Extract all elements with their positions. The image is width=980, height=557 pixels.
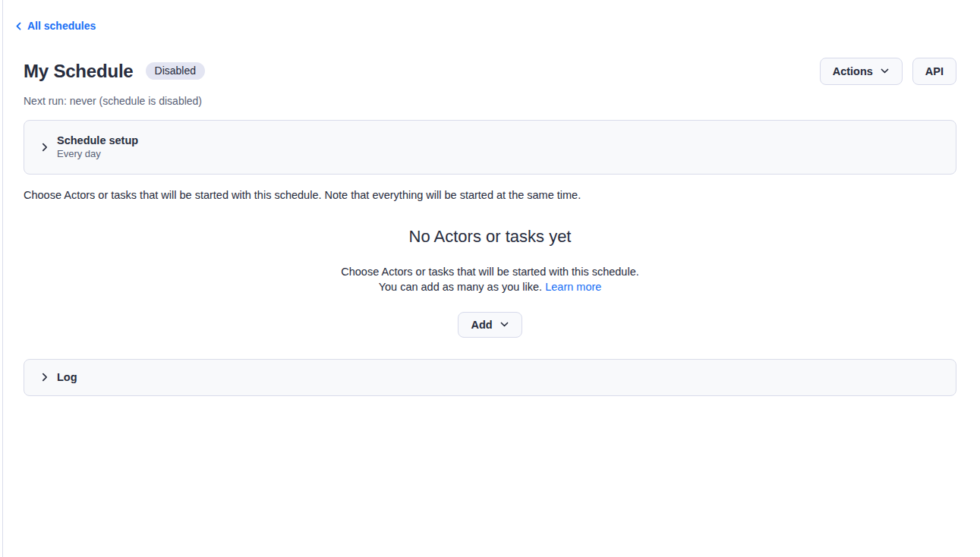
- schedule-setup-panel[interactable]: Schedule setup Every day: [24, 120, 956, 175]
- schedule-description: Choose Actors or tasks that will be star…: [24, 189, 956, 201]
- empty-state-body: Choose Actors or tasks that will be star…: [24, 264, 956, 294]
- page-header-buttons: Actions API: [820, 58, 956, 85]
- empty-state-add-row: Add: [24, 312, 956, 338]
- chevron-down-icon: [880, 66, 890, 76]
- breadcrumb-label: All schedules: [27, 20, 96, 32]
- empty-state: No Actors or tasks yet Choose Actors or …: [24, 227, 956, 338]
- chevron-down-icon: [499, 319, 509, 329]
- empty-state-line2: You can add as many as you like.: [379, 281, 543, 293]
- schedule-detail-page: All schedules My Schedule Disabled Actio…: [0, 0, 980, 396]
- log-panel[interactable]: Log: [24, 359, 956, 396]
- log-panel-title: Log: [57, 371, 77, 383]
- actions-button-label: Actions: [833, 65, 873, 77]
- breadcrumb-all-schedules[interactable]: All schedules: [14, 20, 96, 32]
- chevron-right-icon: [39, 142, 50, 153]
- next-run-status: Next run: never (schedule is disabled): [24, 95, 956, 107]
- actions-button[interactable]: Actions: [820, 58, 903, 85]
- page-title: My Schedule: [24, 61, 134, 82]
- chevron-left-icon: [14, 21, 24, 31]
- learn-more-link[interactable]: Learn more: [545, 281, 601, 293]
- page-header-left: My Schedule Disabled: [24, 61, 205, 82]
- empty-state-title: No Actors or tasks yet: [24, 227, 956, 247]
- status-badge: Disabled: [146, 62, 205, 80]
- add-button-label: Add: [471, 319, 492, 331]
- empty-state-line1: Choose Actors or tasks that will be star…: [341, 266, 639, 278]
- chevron-right-icon: [39, 372, 50, 382]
- schedule-setup-subtitle: Every day: [57, 148, 138, 159]
- add-button[interactable]: Add: [458, 312, 522, 338]
- schedule-setup-panel-titles: Schedule setup Every day: [57, 134, 138, 159]
- page-header: My Schedule Disabled Actions API: [24, 58, 956, 85]
- api-button-label: API: [925, 65, 944, 77]
- api-button[interactable]: API: [912, 58, 956, 85]
- schedule-setup-title: Schedule setup: [57, 134, 138, 146]
